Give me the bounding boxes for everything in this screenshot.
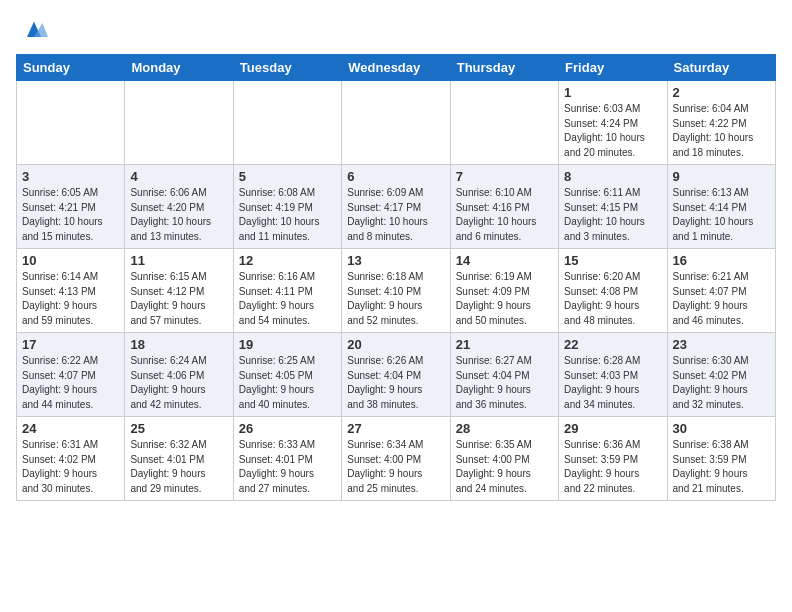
- day-info: Sunrise: 6:18 AM Sunset: 4:10 PM Dayligh…: [347, 270, 444, 328]
- calendar-container: SundayMondayTuesdayWednesdayThursdayFrid…: [0, 0, 792, 511]
- day-info: Sunrise: 6:38 AM Sunset: 3:59 PM Dayligh…: [673, 438, 770, 496]
- calendar-cell: 30Sunrise: 6:38 AM Sunset: 3:59 PM Dayli…: [667, 417, 775, 501]
- day-info: Sunrise: 6:05 AM Sunset: 4:21 PM Dayligh…: [22, 186, 119, 244]
- day-info: Sunrise: 6:31 AM Sunset: 4:02 PM Dayligh…: [22, 438, 119, 496]
- calendar-cell: 18Sunrise: 6:24 AM Sunset: 4:06 PM Dayli…: [125, 333, 233, 417]
- day-number: 23: [673, 337, 770, 352]
- day-info: Sunrise: 6:36 AM Sunset: 3:59 PM Dayligh…: [564, 438, 661, 496]
- calendar-cell: 15Sunrise: 6:20 AM Sunset: 4:08 PM Dayli…: [559, 249, 667, 333]
- day-number: 6: [347, 169, 444, 184]
- day-info: Sunrise: 6:21 AM Sunset: 4:07 PM Dayligh…: [673, 270, 770, 328]
- day-number: 24: [22, 421, 119, 436]
- calendar-cell: 27Sunrise: 6:34 AM Sunset: 4:00 PM Dayli…: [342, 417, 450, 501]
- day-info: Sunrise: 6:08 AM Sunset: 4:19 PM Dayligh…: [239, 186, 336, 244]
- calendar-cell: 5Sunrise: 6:08 AM Sunset: 4:19 PM Daylig…: [233, 165, 341, 249]
- calendar-cell: 7Sunrise: 6:10 AM Sunset: 4:16 PM Daylig…: [450, 165, 558, 249]
- day-info: Sunrise: 6:30 AM Sunset: 4:02 PM Dayligh…: [673, 354, 770, 412]
- day-number: 10: [22, 253, 119, 268]
- day-number: 9: [673, 169, 770, 184]
- weekday-header-sunday: Sunday: [17, 55, 125, 81]
- day-info: Sunrise: 6:27 AM Sunset: 4:04 PM Dayligh…: [456, 354, 553, 412]
- calendar-cell: 10Sunrise: 6:14 AM Sunset: 4:13 PM Dayli…: [17, 249, 125, 333]
- day-info: Sunrise: 6:20 AM Sunset: 4:08 PM Dayligh…: [564, 270, 661, 328]
- calendar-cell: [342, 81, 450, 165]
- calendar-cell: 22Sunrise: 6:28 AM Sunset: 4:03 PM Dayli…: [559, 333, 667, 417]
- calendar-cell: 19Sunrise: 6:25 AM Sunset: 4:05 PM Dayli…: [233, 333, 341, 417]
- day-number: 1: [564, 85, 661, 100]
- weekday-header-friday: Friday: [559, 55, 667, 81]
- day-number: 3: [22, 169, 119, 184]
- day-info: Sunrise: 6:11 AM Sunset: 4:15 PM Dayligh…: [564, 186, 661, 244]
- day-number: 12: [239, 253, 336, 268]
- calendar-cell: 3Sunrise: 6:05 AM Sunset: 4:21 PM Daylig…: [17, 165, 125, 249]
- weekday-header-saturday: Saturday: [667, 55, 775, 81]
- calendar-cell: 25Sunrise: 6:32 AM Sunset: 4:01 PM Dayli…: [125, 417, 233, 501]
- calendar-week-3: 10Sunrise: 6:14 AM Sunset: 4:13 PM Dayli…: [17, 249, 776, 333]
- day-info: Sunrise: 6:34 AM Sunset: 4:00 PM Dayligh…: [347, 438, 444, 496]
- day-info: Sunrise: 6:22 AM Sunset: 4:07 PM Dayligh…: [22, 354, 119, 412]
- day-info: Sunrise: 6:16 AM Sunset: 4:11 PM Dayligh…: [239, 270, 336, 328]
- calendar-cell: 13Sunrise: 6:18 AM Sunset: 4:10 PM Dayli…: [342, 249, 450, 333]
- calendar-week-5: 24Sunrise: 6:31 AM Sunset: 4:02 PM Dayli…: [17, 417, 776, 501]
- day-number: 29: [564, 421, 661, 436]
- calendar-cell: 24Sunrise: 6:31 AM Sunset: 4:02 PM Dayli…: [17, 417, 125, 501]
- calendar-cell: 2Sunrise: 6:04 AM Sunset: 4:22 PM Daylig…: [667, 81, 775, 165]
- day-info: Sunrise: 6:28 AM Sunset: 4:03 PM Dayligh…: [564, 354, 661, 412]
- day-number: 19: [239, 337, 336, 352]
- calendar-header-row: SundayMondayTuesdayWednesdayThursdayFrid…: [17, 55, 776, 81]
- day-number: 7: [456, 169, 553, 184]
- day-number: 13: [347, 253, 444, 268]
- day-number: 16: [673, 253, 770, 268]
- calendar-cell: 1Sunrise: 6:03 AM Sunset: 4:24 PM Daylig…: [559, 81, 667, 165]
- day-info: Sunrise: 6:24 AM Sunset: 4:06 PM Dayligh…: [130, 354, 227, 412]
- day-number: 5: [239, 169, 336, 184]
- day-number: 14: [456, 253, 553, 268]
- day-number: 30: [673, 421, 770, 436]
- day-info: Sunrise: 6:26 AM Sunset: 4:04 PM Dayligh…: [347, 354, 444, 412]
- day-info: Sunrise: 6:35 AM Sunset: 4:00 PM Dayligh…: [456, 438, 553, 496]
- weekday-header-thursday: Thursday: [450, 55, 558, 81]
- logo: [16, 16, 48, 44]
- day-number: 2: [673, 85, 770, 100]
- calendar-cell: 4Sunrise: 6:06 AM Sunset: 4:20 PM Daylig…: [125, 165, 233, 249]
- day-info: Sunrise: 6:10 AM Sunset: 4:16 PM Dayligh…: [456, 186, 553, 244]
- day-info: Sunrise: 6:33 AM Sunset: 4:01 PM Dayligh…: [239, 438, 336, 496]
- calendar-cell: 9Sunrise: 6:13 AM Sunset: 4:14 PM Daylig…: [667, 165, 775, 249]
- day-number: 21: [456, 337, 553, 352]
- calendar-cell: 20Sunrise: 6:26 AM Sunset: 4:04 PM Dayli…: [342, 333, 450, 417]
- calendar-cell: 26Sunrise: 6:33 AM Sunset: 4:01 PM Dayli…: [233, 417, 341, 501]
- calendar-cell: 29Sunrise: 6:36 AM Sunset: 3:59 PM Dayli…: [559, 417, 667, 501]
- day-info: Sunrise: 6:14 AM Sunset: 4:13 PM Dayligh…: [22, 270, 119, 328]
- calendar-week-1: 1Sunrise: 6:03 AM Sunset: 4:24 PM Daylig…: [17, 81, 776, 165]
- calendar-cell: 21Sunrise: 6:27 AM Sunset: 4:04 PM Dayli…: [450, 333, 558, 417]
- day-info: Sunrise: 6:06 AM Sunset: 4:20 PM Dayligh…: [130, 186, 227, 244]
- day-info: Sunrise: 6:09 AM Sunset: 4:17 PM Dayligh…: [347, 186, 444, 244]
- day-info: Sunrise: 6:15 AM Sunset: 4:12 PM Dayligh…: [130, 270, 227, 328]
- calendar-table: SundayMondayTuesdayWednesdayThursdayFrid…: [16, 54, 776, 501]
- calendar-cell: [450, 81, 558, 165]
- day-number: 17: [22, 337, 119, 352]
- day-number: 20: [347, 337, 444, 352]
- day-info: Sunrise: 6:19 AM Sunset: 4:09 PM Dayligh…: [456, 270, 553, 328]
- day-number: 28: [456, 421, 553, 436]
- day-info: Sunrise: 6:04 AM Sunset: 4:22 PM Dayligh…: [673, 102, 770, 160]
- weekday-header-monday: Monday: [125, 55, 233, 81]
- day-number: 25: [130, 421, 227, 436]
- calendar-cell: 23Sunrise: 6:30 AM Sunset: 4:02 PM Dayli…: [667, 333, 775, 417]
- day-info: Sunrise: 6:13 AM Sunset: 4:14 PM Dayligh…: [673, 186, 770, 244]
- day-number: 27: [347, 421, 444, 436]
- calendar-cell: 11Sunrise: 6:15 AM Sunset: 4:12 PM Dayli…: [125, 249, 233, 333]
- calendar-cell: [125, 81, 233, 165]
- calendar-body: 1Sunrise: 6:03 AM Sunset: 4:24 PM Daylig…: [17, 81, 776, 501]
- calendar-cell: 17Sunrise: 6:22 AM Sunset: 4:07 PM Dayli…: [17, 333, 125, 417]
- calendar-cell: [17, 81, 125, 165]
- day-number: 18: [130, 337, 227, 352]
- calendar-cell: 16Sunrise: 6:21 AM Sunset: 4:07 PM Dayli…: [667, 249, 775, 333]
- day-info: Sunrise: 6:32 AM Sunset: 4:01 PM Dayligh…: [130, 438, 227, 496]
- weekday-header-tuesday: Tuesday: [233, 55, 341, 81]
- day-info: Sunrise: 6:25 AM Sunset: 4:05 PM Dayligh…: [239, 354, 336, 412]
- day-number: 4: [130, 169, 227, 184]
- day-number: 15: [564, 253, 661, 268]
- calendar-cell: 6Sunrise: 6:09 AM Sunset: 4:17 PM Daylig…: [342, 165, 450, 249]
- day-number: 8: [564, 169, 661, 184]
